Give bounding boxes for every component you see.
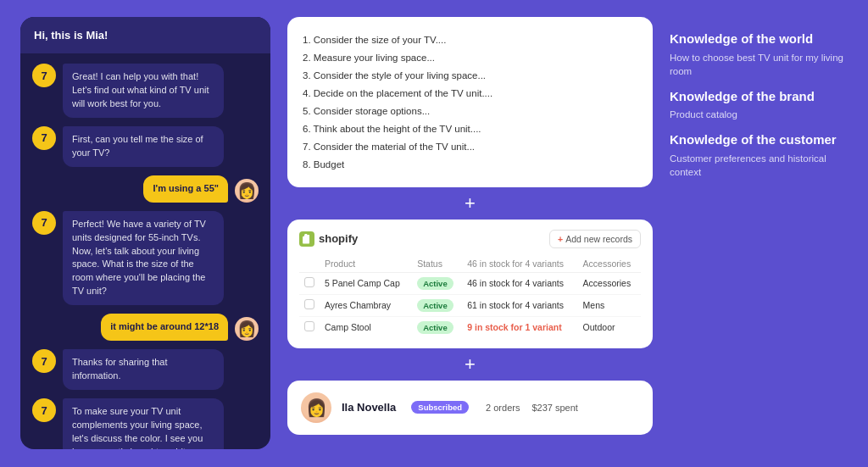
- col-stock: 46 in stock for 4 variants: [462, 255, 577, 273]
- bot-bubble-1: Great! I can help you with that! Let's f…: [63, 64, 224, 118]
- chat-body: 7 Great! I can help you with that! Let's…: [20, 53, 270, 449]
- add-records-button[interactable]: + Add new records: [549, 230, 641, 248]
- list-item-4: Decide on the placement of the TV unit..…: [303, 84, 637, 102]
- checkbox-1[interactable]: [304, 277, 314, 287]
- table-row: Camp Stool Active 9 in stock for 1 varia…: [299, 316, 641, 338]
- chat-message-6: 7 Thanks for sharing that information.: [32, 349, 259, 390]
- chat-header: Hi, this is Mia!: [20, 17, 270, 53]
- chat-message-7: 7 To make sure your TV unit complements …: [32, 398, 259, 449]
- bot-bubble-2: First, can you tell me the size of your …: [63, 126, 224, 167]
- chat-message-3: I'm using a 55": [32, 175, 259, 203]
- cell-category-3: Outdoor: [578, 316, 641, 338]
- knowledge-list: Consider the size of your TV.... Measure…: [303, 31, 637, 174]
- main-container: Hi, this is Mia! 7 Great! I can help you…: [0, 0, 868, 467]
- table-row: 5 Panel Camp Cap Active 46 in stock for …: [299, 272, 641, 294]
- status-badge-1: Active: [417, 277, 453, 290]
- cell-product-2: Ayres Chambray: [320, 294, 412, 316]
- checkbox-3[interactable]: [304, 321, 314, 331]
- plus-sign-2: +: [287, 355, 653, 374]
- add-records-label: Add new records: [565, 234, 632, 244]
- label-brand-subtitle: Product catalog: [670, 108, 848, 121]
- shopify-logo: shopify: [299, 231, 358, 247]
- bot-avatar-5: 7: [32, 398, 56, 422]
- add-plus-icon: +: [558, 234, 563, 244]
- user-bubble-2: it might be around 12*18: [101, 314, 228, 341]
- cell-product-3: Camp Stool: [320, 316, 412, 338]
- product-table: Product Status 46 in stock for 4 variant…: [299, 255, 641, 338]
- user-bubble-1: I'm using a 55": [143, 175, 228, 203]
- cell-check[interactable]: [299, 272, 320, 294]
- label-world-title: Knowledge of the world: [670, 31, 848, 47]
- customer-orders: 2 orders: [486, 403, 520, 413]
- label-world-subtitle: How to choose best TV unit for my living…: [670, 51, 848, 78]
- bot-avatar-2: 7: [32, 126, 56, 150]
- cell-check[interactable]: [299, 316, 320, 338]
- chat-message-4: 7 Perfect! We have a variety of TV units…: [32, 211, 259, 306]
- list-item-8: Budget: [303, 156, 637, 174]
- cell-check[interactable]: [299, 294, 320, 316]
- customer-stats: 2 orders $237 spent: [486, 403, 578, 413]
- knowledge-cards: Consider the size of your TV.... Measure…: [287, 17, 653, 435]
- customer-spent: $237 spent: [531, 403, 577, 413]
- card-knowledge-list: Consider the size of your TV.... Measure…: [287, 17, 653, 187]
- chat-message-5: it might be around 12*18: [32, 314, 259, 341]
- bot-bubble-5: To make sure your TV unit complements yo…: [63, 398, 224, 449]
- list-item-7: Consider the material of the TV unit...: [303, 138, 637, 156]
- label-customer-subtitle: Customer preferences and historical cont…: [670, 152, 848, 179]
- user-avatar-2: [235, 317, 259, 341]
- list-item-6: Think about the height of the TV unit...…: [303, 120, 637, 137]
- stock-red-text: 9 in stock for 1 variant: [467, 322, 561, 332]
- chat-panel: Hi, this is Mia! 7 Great! I can help you…: [20, 17, 270, 449]
- cell-stock-3: 9 in stock for 1 variant: [462, 316, 577, 338]
- list-item-1: Consider the size of your TV....: [303, 31, 637, 48]
- table-header-row: Product Status 46 in stock for 4 variant…: [299, 255, 641, 273]
- customer-name: Ila Novella: [342, 401, 396, 414]
- label-world: Knowledge of the world How to choose bes…: [670, 25, 848, 83]
- customer-avatar: 👩: [301, 392, 331, 423]
- bot-avatar-3: 7: [32, 211, 56, 235]
- shopify-icon: [299, 231, 314, 247]
- col-status: Status: [412, 255, 462, 273]
- col-product: Product: [320, 255, 412, 273]
- labels-panel: Knowledge of the world How to choose bes…: [670, 17, 848, 192]
- cell-product-1: 5 Panel Camp Cap: [320, 272, 412, 294]
- cell-status-3: Active: [412, 316, 462, 338]
- cell-status-1: Active: [412, 272, 462, 294]
- bot-avatar-4: 7: [32, 349, 56, 373]
- subscribed-badge: Subscribed: [411, 401, 469, 414]
- plus-sign-1: +: [287, 194, 653, 213]
- label-customer-title: Knowledge of the customer: [670, 131, 848, 148]
- chat-message-1: 7 Great! I can help you with that! Let's…: [32, 64, 259, 118]
- cell-status-2: Active: [412, 294, 462, 316]
- cell-category-1: Accessories: [578, 272, 641, 294]
- cell-stock-2: 61 in stock for 4 variants: [462, 294, 577, 316]
- col-check: [299, 255, 320, 273]
- bot-bubble-3: Perfect! We have a variety of TV units d…: [63, 211, 224, 306]
- card-customer: 👩 Ila Novella Subscribed 2 orders $237 s…: [287, 381, 653, 435]
- user-avatar-1: [235, 179, 259, 203]
- shopify-logo-text: shopify: [319, 232, 358, 245]
- list-item-5: Consider storage options...: [303, 102, 637, 120]
- chat-message-2: 7 First, can you tell me the size of you…: [32, 126, 259, 167]
- cell-stock-1: 46 in stock for 4 variants: [462, 272, 577, 294]
- cell-category-2: Mens: [578, 294, 641, 316]
- label-brand: Knowledge of the brand Product catalog: [670, 83, 848, 127]
- table-row: Ayres Chambray Active 61 in stock for 4 …: [299, 294, 641, 316]
- shopify-header: shopify + Add new records: [299, 230, 641, 248]
- label-brand-title: Knowledge of the brand: [670, 88, 848, 105]
- card-shopify: shopify + Add new records Product Status…: [287, 220, 653, 348]
- list-item-3: Consider the style of your living space.…: [303, 66, 637, 84]
- status-badge-2: Active: [417, 299, 453, 312]
- list-item-2: Measure your living space...: [303, 48, 637, 66]
- label-customer: Knowledge of the customer Customer prefe…: [670, 126, 848, 184]
- status-badge-3: Active: [417, 321, 453, 334]
- col-category: Accessories: [578, 255, 641, 273]
- bot-bubble-4: Thanks for sharing that information.: [63, 349, 224, 390]
- checkbox-2[interactable]: [304, 299, 314, 309]
- bot-avatar: 7: [32, 64, 56, 87]
